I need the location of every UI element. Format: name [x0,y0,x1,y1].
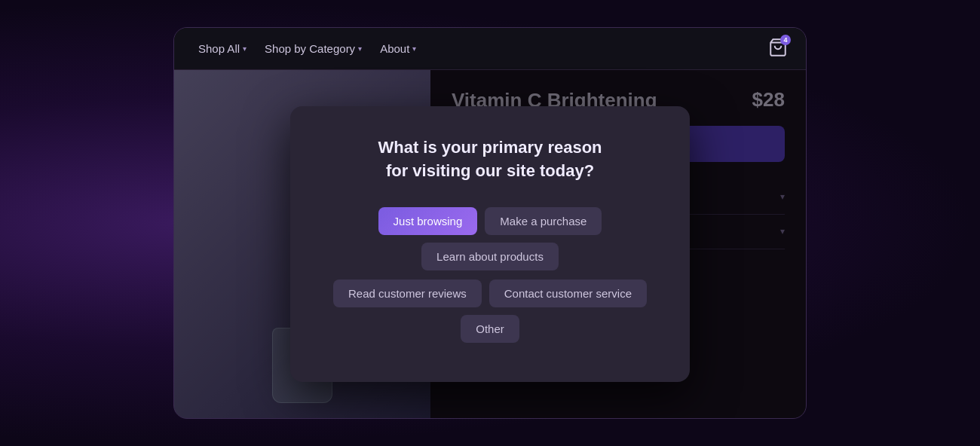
nav-about-chevron: ▾ [412,44,416,53]
option-just-browsing[interactable]: Just browsing [378,207,478,235]
cart-badge: 4 [780,35,791,45]
cart-button[interactable]: 4 [768,38,788,60]
option-contact-service[interactable]: Contact customer service [489,280,647,307]
nav-shop-all[interactable]: Shop All ▾ [192,39,253,58]
option-make-purchase[interactable]: Make a purchase [485,207,602,235]
option-other[interactable]: Other [461,315,519,343]
nav-shop-all-chevron: ▾ [243,44,247,53]
nav-about[interactable]: About ▾ [374,39,422,58]
nav-shop-category-label: Shop by Category [265,42,355,55]
survey-modal: What is your primary reasonfor visiting … [290,106,690,382]
browser-frame: Shop All ▾ Shop by Category ▾ About ▾ 4 [173,27,807,419]
option-learn-products[interactable]: Learn about products [421,243,559,270]
modal-overlay: What is your primary reasonfor visiting … [174,70,806,418]
modal-title: What is your primary reasonfor visiting … [323,136,657,183]
nav-shop-category-chevron: ▾ [358,44,362,53]
nav-shop-all-label: Shop All [198,42,240,55]
options-row-2: Read customer reviews Contact customer s… [323,280,657,343]
page-content: Vitamin C Brightening $28 Benefits ▾ Ins… [174,70,806,418]
options-row-1: Just browsing Make a purchase Learn abou… [323,207,657,270]
nav-shop-category[interactable]: Shop by Category ▾ [259,39,368,58]
nav-links: Shop All ▾ Shop by Category ▾ About ▾ [192,39,422,58]
navbar: Shop All ▾ Shop by Category ▾ About ▾ 4 [174,28,806,70]
option-read-reviews[interactable]: Read customer reviews [333,280,482,307]
nav-about-label: About [380,42,409,55]
